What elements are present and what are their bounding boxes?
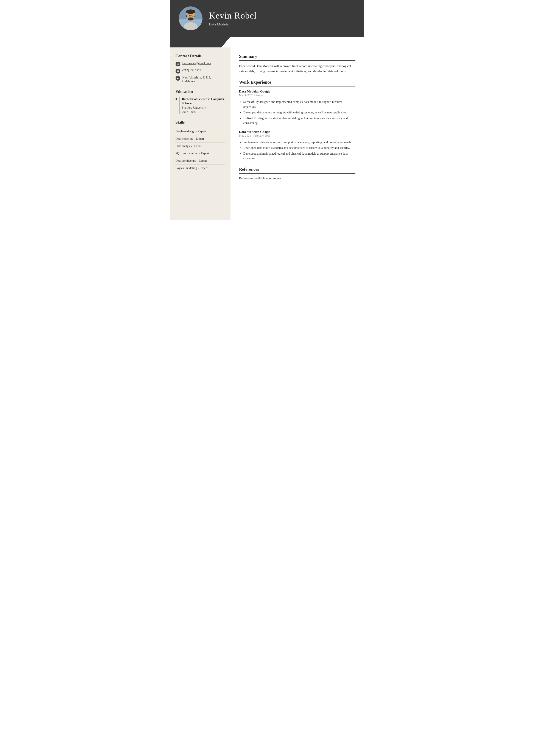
job-bullet-item: Developed data model standards and best … xyxy=(243,145,355,150)
edu-degree: Bachelor of Science in Computer Science xyxy=(182,97,225,105)
skills-section: Skills Database design - ExpertData mode… xyxy=(176,120,225,172)
education-item: Bachelor of Science in Computer Science … xyxy=(176,97,225,114)
contact-section-title: Contact Details xyxy=(176,54,225,58)
job-dates: May 2021 - February 2023 xyxy=(239,134,355,138)
skill-item: Data modeling - Expert xyxy=(176,135,225,143)
candidate-name: Kevin Robel xyxy=(209,10,257,21)
work-experience-section: Work Experience Data Modeler, GoogleMarc… xyxy=(239,80,355,161)
sidebar: Contact Details ✉ kevinrobel@gmail.com ☎… xyxy=(170,47,231,220)
references-section: References References available upon req… xyxy=(239,167,355,180)
work-experience-title: Work Experience xyxy=(239,80,355,87)
job-entry: Data Modeler, GoogleMay 2021 - February … xyxy=(239,130,355,161)
main-content: Summary Experienced Data Modeler with a … xyxy=(231,47,364,220)
candidate-title: Data Modeler xyxy=(209,22,257,27)
references-text: References available upon request xyxy=(239,176,355,180)
phone-text: (712) 836 1918 xyxy=(183,68,201,72)
skills-list: Database design - ExpertData modeling - … xyxy=(176,128,225,172)
education-section: Education Bachelor of Science in Compute… xyxy=(176,90,225,114)
address-contact-item: ◉ New Alisashire, 81418,Oklahoma xyxy=(176,76,225,83)
svg-point-5 xyxy=(188,17,194,20)
job-bullet-item: Implemented data warehouses to support d… xyxy=(243,140,355,145)
body-layout: Contact Details ✉ kevinrobel@gmail.com ☎… xyxy=(170,47,364,220)
header-text: Kevin Robel Data Modeler xyxy=(209,10,257,27)
edu-years: 2017 - 2021 xyxy=(182,110,225,114)
phone-icon: ☎ xyxy=(176,69,180,73)
svg-point-4 xyxy=(186,10,195,14)
skill-item: Data architecture - Expert xyxy=(176,157,225,165)
skill-item: SQL programming - Expert xyxy=(176,150,225,157)
summary-section-title: Summary xyxy=(239,54,355,61)
education-section-title: Education xyxy=(176,90,225,94)
skill-item: Data analysis - Expert xyxy=(176,143,225,150)
avatar xyxy=(179,7,202,30)
job-bullet-item: Developed and maintained logical and phy… xyxy=(243,151,355,161)
job-title: Data Modeler, Google xyxy=(239,90,355,94)
job-bullets: Implemented data warehouses to support d… xyxy=(239,140,355,161)
job-bullet-item: Successfully designed and implemented co… xyxy=(243,99,355,109)
job-entry: Data Modeler, GoogleMarch 2023 - Present… xyxy=(239,90,355,125)
jobs-list: Data Modeler, GoogleMarch 2023 - Present… xyxy=(239,90,355,161)
address-text: New Alisashire, 81418,Oklahoma xyxy=(183,76,211,83)
edu-school: Stanford University xyxy=(182,106,225,110)
education-details: Bachelor of Science in Computer Science … xyxy=(179,97,225,114)
skill-item: Logical modeling - Expert xyxy=(176,165,225,172)
summary-text: Experienced Data Modeler with a proven t… xyxy=(239,64,355,74)
skills-section-title: Skills xyxy=(176,120,225,125)
chevron-decoration xyxy=(170,37,364,47)
education-bullet xyxy=(176,98,177,100)
summary-section: Summary Experienced Data Modeler with a … xyxy=(239,54,355,74)
email-contact-item: ✉ kevinrobel@gmail.com xyxy=(176,62,225,67)
job-bullet-item: Utilized ER diagrams and other data mode… xyxy=(243,116,355,125)
job-bullet-item: Developed data models to integrate with … xyxy=(243,110,355,115)
phone-contact-item: ☎ (712) 836 1918 xyxy=(176,68,225,73)
email-icon: ✉ xyxy=(176,62,180,67)
chevron-left xyxy=(170,37,231,47)
references-section-title: References xyxy=(239,167,355,174)
skill-item: Database design - Expert xyxy=(176,128,225,135)
job-title: Data Modeler, Google xyxy=(239,130,355,134)
location-icon: ◉ xyxy=(176,76,180,81)
contact-section: Contact Details ✉ kevinrobel@gmail.com ☎… xyxy=(176,54,225,83)
job-dates: March 2023 - Present xyxy=(239,94,355,97)
job-bullets: Successfully designed and implemented co… xyxy=(239,99,355,125)
resume-header: Kevin Robel Data Modeler xyxy=(170,0,364,37)
email-link[interactable]: kevinrobel@gmail.com xyxy=(183,62,211,65)
